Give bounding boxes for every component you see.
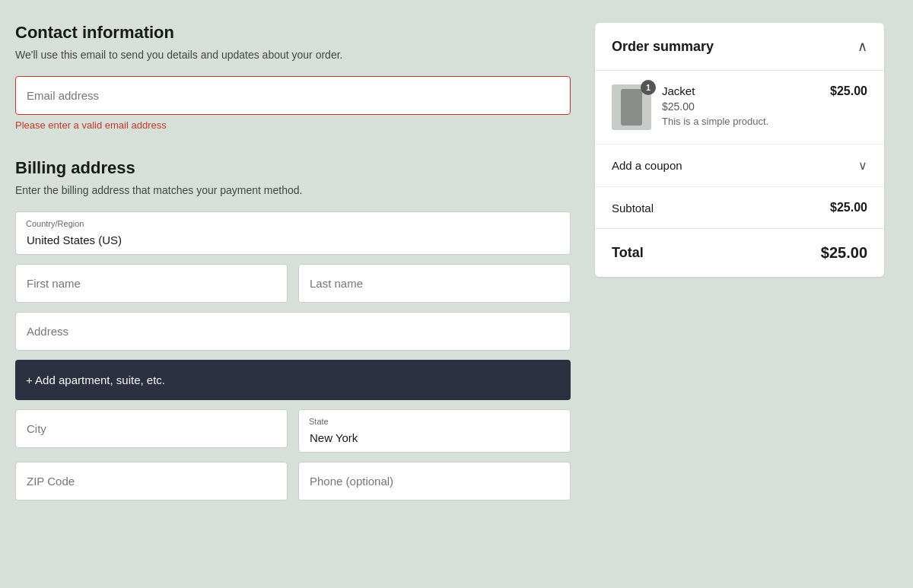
total-label: Total [612, 245, 644, 261]
left-column: Contact information We'll use this email… [15, 23, 571, 510]
contact-title: Contact information [15, 23, 571, 43]
total-row: Total $25.00 [595, 229, 884, 277]
subtotal-value: $25.00 [830, 201, 867, 215]
address-field-group [15, 312, 571, 351]
address-input[interactable] [15, 312, 571, 351]
product-info: Jacket $25.00 This is a simple product. [662, 84, 819, 127]
zip-field-group [15, 462, 288, 501]
order-summary-card: Order summary ∧ 1 Jacket $25.00 This is … [595, 23, 884, 277]
billing-section: Billing address Enter the billing addres… [15, 158, 571, 501]
city-field-group [15, 409, 288, 453]
coupon-label: Add a coupon [612, 159, 682, 172]
city-input[interactable] [15, 409, 288, 448]
email-input[interactable] [15, 76, 571, 115]
order-summary-title: Order summary [612, 39, 714, 55]
email-error-message: Please enter a valid email address [15, 119, 571, 131]
product-figure [621, 89, 642, 126]
coupon-chevron-icon: ∨ [858, 158, 867, 173]
billing-title: Billing address [15, 158, 571, 178]
phone-input[interactable] [298, 462, 571, 501]
city-state-row: State New York [15, 409, 571, 453]
last-name-input[interactable] [298, 264, 571, 303]
product-row: 1 Jacket $25.00 This is a simple product… [595, 71, 884, 145]
state-label: State [309, 417, 329, 426]
billing-subtitle: Enter the billing address that matches y… [15, 184, 571, 196]
phone-field-group [298, 462, 571, 501]
name-row [15, 264, 571, 303]
email-field-group: Please enter a valid email address [15, 76, 571, 131]
subtotal-row: Subtotal $25.00 [595, 187, 884, 229]
product-price-right: $25.00 [830, 84, 867, 98]
contact-subtitle: We'll use this email to send you details… [15, 49, 571, 61]
subtotal-label: Subtotal [612, 202, 654, 215]
product-description: This is a simple product. [662, 116, 819, 127]
product-quantity-badge: 1 [641, 80, 656, 95]
add-apartment-button[interactable]: + Add apartment, suite, etc. [15, 360, 571, 400]
zip-phone-row [15, 462, 571, 501]
country-value[interactable]: United States (US) [15, 211, 571, 255]
collapse-icon[interactable]: ∧ [857, 38, 867, 55]
total-value: $25.00 [821, 244, 867, 262]
first-name-group [15, 264, 288, 303]
last-name-group [298, 264, 571, 303]
product-name: Jacket [662, 84, 819, 97]
state-field-group[interactable]: State New York [298, 409, 571, 453]
product-image-wrapper: 1 [612, 84, 651, 130]
country-label: Country/Region [26, 219, 84, 228]
coupon-row[interactable]: Add a coupon ∨ [595, 145, 884, 187]
right-column: Order summary ∧ 1 Jacket $25.00 This is … [595, 23, 884, 277]
order-summary-header: Order summary ∧ [595, 23, 884, 71]
contact-section: Contact information We'll use this email… [15, 23, 571, 131]
first-name-input[interactable] [15, 264, 288, 303]
state-value[interactable]: New York [298, 409, 571, 453]
product-price-small: $25.00 [662, 100, 819, 113]
country-field-group[interactable]: Country/Region United States (US) [15, 211, 571, 255]
zip-input[interactable] [15, 462, 288, 501]
